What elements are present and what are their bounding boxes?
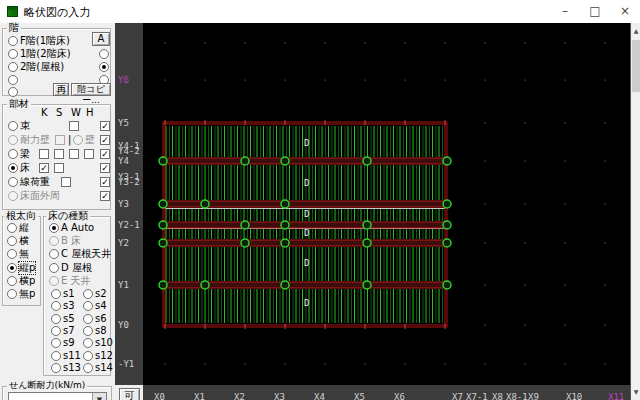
radio-floortype-s2[interactable]: s2 [83,288,117,300]
radio-joist-vertical-p[interactable]: 縦p [3,262,40,274]
radio-joist-vertical[interactable]: 縦 [3,222,40,234]
maximize-icon[interactable]: □ [580,0,610,23]
radio-floortype-s14[interactable]: s14 [83,362,117,374]
drawing-canvas[interactable]: DDDDDD [143,23,630,385]
radio-floor-right-1[interactable] [99,49,109,59]
radio-icon [49,249,59,259]
radio-floor-right-2-selected[interactable] [99,62,109,72]
member-label: 梁 [20,148,30,160]
x-axis-label: X4 [314,392,325,400]
radio-member-outline[interactable]: 床面外周 ✓ [3,190,110,202]
checkbox-member-beam-w[interactable] [69,149,79,159]
radio-floortype-b[interactable]: B 床 [44,235,110,247]
radio-member-wall[interactable]: 耐力壁 | 壁 ✓ [3,134,110,146]
y-axis-label: Y3-2 [118,177,140,187]
radio-floortype-s3[interactable]: s3 [51,300,85,312]
svg-text:D: D [304,298,309,308]
radio-member-kabe[interactable] [73,135,83,145]
radio-floortype-d[interactable]: D 屋根 [44,262,110,274]
vertical-scrollbar[interactable]: ▲ ▼ [630,23,640,400]
radio-floortype-s4[interactable]: s4 [83,300,117,312]
radio-icon [7,223,17,233]
sidebar: 階 F階(1階床) 1階(2階床) 2階(屋根) A 再 [0,23,115,400]
radio-icon [7,289,17,299]
radio-icon [7,263,17,273]
radio-floortype-s8[interactable]: s8 [83,325,117,337]
radio-floortype-s1[interactable]: s1 [51,288,85,300]
checkbox-member-tsuka-w[interactable] [69,121,79,131]
radio-member-beam[interactable]: 梁 ✓ [3,148,110,160]
radio-floortype-e[interactable]: E 天井 [44,275,110,287]
checkbox-member-lineload-show[interactable]: ✓ [100,177,110,187]
joist-option-label: 縦p [19,262,35,274]
col-header-s: S [56,107,62,118]
radio-icon [49,223,59,233]
radio-floortype-s11[interactable]: s11 [51,350,85,362]
scroll-up-icon[interactable]: ▲ [631,23,640,39]
s-option-label: s14 [95,362,113,374]
radio-floortype-s12[interactable]: s12 [83,350,117,362]
checkbox-member-floor-s[interactable] [54,163,64,173]
radio-floortype-s7[interactable]: s7 [51,325,85,337]
radio-member-lineload[interactable]: 線荷重 ✓ [3,176,110,188]
combo-dropdown-icon[interactable]: ▼ [92,393,106,400]
radio-joist-none-p[interactable]: 無p [3,288,40,300]
radio-floor-1f2[interactable]: 1階(2階床) [3,48,110,60]
scroll-down-icon[interactable]: ▼ [631,384,640,400]
scrollbar-thumb[interactable] [632,40,640,92]
checkbox-member-floor-k[interactable]: ✓ [39,163,49,173]
radio-joist-none[interactable]: 無 [3,248,40,260]
checkbox-member-outline-show[interactable]: ✓ [100,191,110,201]
radio-floor-2roof[interactable]: 2階(屋根) [3,61,110,73]
shear-group-title: せん断耐力(kN/m) [7,380,87,391]
radio-member-tsuka[interactable]: 束 ✓ [3,120,110,132]
joist-option-label: 縦 [19,222,29,234]
radio-member-floor[interactable]: 床 ✓ ✓ [3,162,110,174]
checkbox-member-floor-show[interactable]: ✓ [100,163,110,173]
checkbox-member-lineload[interactable] [61,177,71,187]
floor-group: 階 F階(1階床) 1階(2階床) 2階(屋根) A 再 [2,28,111,96]
x-axis-label: X6 [394,392,405,400]
joist-group-title: 根太向 [4,210,38,221]
shear-capacity-select[interactable]: ▼ [8,392,107,400]
radio-floortype-a[interactable]: A Auto [44,222,110,234]
member-label: 耐力壁 [20,134,50,146]
member-label: 線荷重 [20,176,50,188]
radio-floortype-s10[interactable]: s10 [83,337,117,349]
redraw-button[interactable]: 再 [53,83,69,96]
checkbox-member-beam-k[interactable] [39,149,49,159]
radio-icon [83,301,93,311]
ok-button[interactable]: 可 [119,388,140,400]
joist-option-label: 横p [19,275,35,287]
floor-type-group-title: 床の種類 [46,210,90,221]
close-icon[interactable]: × [610,0,640,23]
floor-copy-button[interactable]: 階コピー... [71,83,111,96]
floor-a-button[interactable]: A [92,32,110,46]
radio-floortype-s6[interactable]: s6 [83,313,117,325]
checkbox-member-beam-s[interactable] [54,149,64,159]
y-axis-label: -Y1 [118,359,134,369]
radio-floortype-c[interactable]: C 屋根天井 [44,248,110,260]
radio-floortype-s13[interactable]: s13 [51,362,85,374]
joist-group: 根太向 縦 横 無 縦p 横p 無p [2,216,41,306]
joist-option-label: 横 [19,235,29,247]
radio-icon [8,163,18,173]
radio-floortype-s5[interactable]: s5 [51,313,85,325]
radio-floortype-s9[interactable]: s9 [51,337,85,349]
minimize-icon[interactable]: – [550,0,580,23]
y-axis-label: Y6 [118,75,129,85]
checkbox-member-beam-h[interactable] [84,149,94,159]
s-option-label: s2 [95,288,107,300]
radio-joist-horizontal[interactable]: 横 [3,235,40,247]
radio-icon [83,314,93,324]
radio-icon [8,36,18,46]
floor-type-label: A Auto [61,222,94,234]
checkbox-member-beam-show[interactable]: ✓ [100,149,110,159]
checkbox-member-wall-s[interactable] [55,135,65,145]
radio-joist-horizontal-p[interactable]: 横p [3,275,40,287]
checkbox-member-wall-show[interactable]: ✓ [100,135,110,145]
checkbox-member-tsuka-show[interactable]: ✓ [100,121,110,131]
radio-icon [7,249,17,259]
floor-type-group: 床の種類 A Auto B 床 C 屋根天井 D 屋根 E 天井 s1s2s3 [43,216,111,376]
s-option-label: s12 [95,350,113,362]
